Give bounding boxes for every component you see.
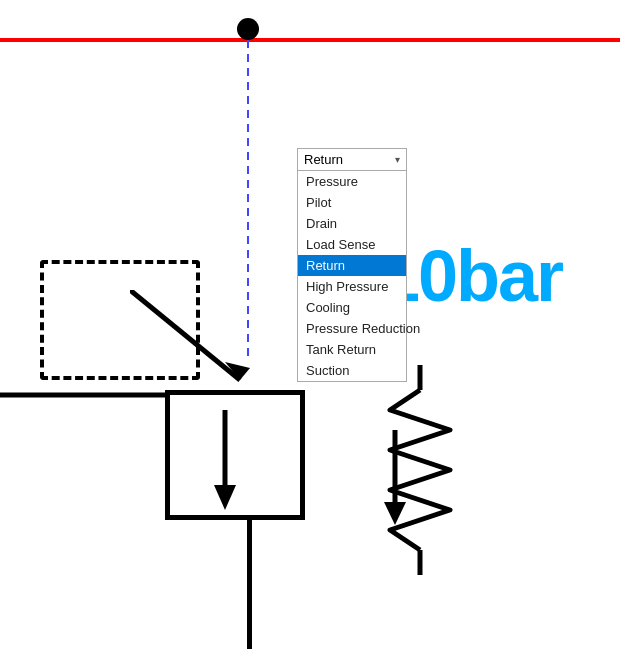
dropdown-item-tank-return[interactable]: Tank Return — [298, 339, 406, 360]
svg-marker-6 — [384, 502, 406, 525]
dropdown-item-pilot[interactable]: Pilot — [298, 192, 406, 213]
line-below-box — [247, 520, 252, 649]
junction-circle — [237, 18, 259, 40]
dropdown-item-return[interactable]: Return — [298, 255, 406, 276]
dropdown-item-pressure[interactable]: Pressure — [298, 171, 406, 192]
right-arrow-svg — [375, 430, 415, 530]
dropdown-list: PressurePilotDrainLoad SenseReturnHigh P… — [297, 171, 407, 382]
dropdown-item-suction[interactable]: Suction — [298, 360, 406, 381]
pressure-display: 10bar — [380, 235, 562, 317]
dropdown-item-load-sense[interactable]: Load Sense — [298, 234, 406, 255]
dropdown-item-high-pressure[interactable]: High Pressure — [298, 276, 406, 297]
down-arrow-svg — [210, 410, 240, 520]
pressure-unit: bar — [456, 236, 562, 316]
diagonal-arrow-svg — [130, 290, 260, 400]
dropdown-item-pressure-reduction[interactable]: Pressure Reduction — [298, 318, 406, 339]
svg-marker-4 — [214, 485, 236, 510]
chevron-down-icon: ▾ — [395, 154, 400, 165]
dropdown-selected-label: Return — [304, 152, 343, 167]
dropdown-item-cooling[interactable]: Cooling — [298, 297, 406, 318]
dropdown-item-drain[interactable]: Drain — [298, 213, 406, 234]
svg-line-0 — [130, 290, 240, 380]
line-type-dropdown-container[interactable]: Return ▾ PressurePilotDrainLoad SenseRet… — [297, 148, 407, 382]
dropdown-select-box[interactable]: Return ▾ — [297, 148, 407, 171]
red-horizontal-line — [0, 38, 620, 42]
